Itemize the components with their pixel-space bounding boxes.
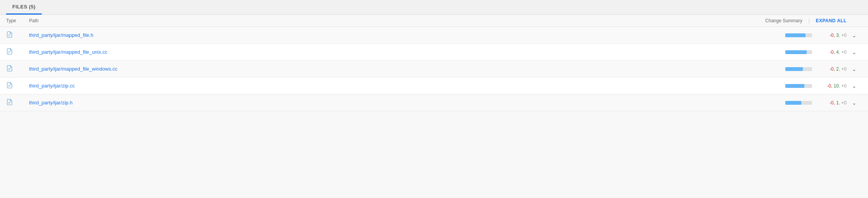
file-path[interactable]: third_party/ijar/mapped_file_unix.cc [29,49,762,55]
added-count: 4 [836,50,839,55]
change-bar [785,33,812,37]
tab-bar: FILES (5) [0,0,868,15]
change-bar-fill [785,101,801,105]
file-path[interactable]: third_party/ijar/mapped_file_windows.cc [29,66,762,72]
file-type-icon [6,48,29,56]
no-change-count: , +0 [839,66,847,72]
file-change-summary: -0, 2, +0 [762,66,847,72]
table-row[interactable]: third_party/ijar/zip.cc -0, 10, +0 ⌄ [0,78,868,94]
header-path: Path [29,18,765,23]
removed-count: -0, [830,100,835,106]
change-bar-fill [785,33,806,37]
table-row[interactable]: third_party/ijar/zip.h -0, 1, +0 ⌄ [0,94,868,111]
file-path[interactable]: third_party/ijar/zip.cc [29,83,762,89]
no-change-count: , +0 [839,33,847,38]
removed-count: -0, [830,50,835,55]
change-text: -0, 2, +0 [816,66,847,72]
summary-label: Change Summary [765,18,802,23]
header-type: Type [6,18,29,23]
file-change-summary: -0, 4, +0 [762,50,847,55]
file-path[interactable]: third_party/ijar/zip.h [29,100,762,106]
table-row[interactable]: third_party/ijar/mapped_file_windows.cc … [0,61,868,78]
file-type-icon [6,82,29,90]
expand-row-button[interactable]: ⌄ [847,66,862,72]
removed-count: -0, [830,66,835,72]
table-row[interactable]: third_party/ijar/mapped_file.h -0, 3, +0… [0,27,868,44]
table-row[interactable]: third_party/ijar/mapped_file_unix.cc -0,… [0,44,868,61]
removed-count: -0, [827,83,832,89]
change-text: -0, 4, +0 [816,50,847,55]
file-type-icon [6,65,29,73]
change-text: -0, 1, +0 [816,100,847,106]
change-bar [785,101,812,105]
change-text: -0, 3, +0 [816,33,847,38]
change-text: -0, 10, +0 [816,83,847,89]
file-type-icon [6,99,29,107]
no-change-count: , +0 [839,100,847,106]
file-path[interactable]: third_party/ijar/mapped_file.h [29,32,762,38]
file-type-icon [6,31,29,39]
change-bar [785,50,812,54]
divider: | [809,18,810,23]
expand-row-button[interactable]: ⌄ [847,32,862,38]
file-list: third_party/ijar/mapped_file.h -0, 3, +0… [0,27,868,111]
added-count: 1 [836,100,839,106]
added-count: 10 [834,83,839,89]
change-bar-fill [785,84,804,88]
added-count: 3 [836,33,839,38]
file-change-summary: -0, 10, +0 [762,83,847,89]
table-header: Type Path Change Summary | EXPAND ALL [0,15,868,27]
files-panel: FILES (5) Type Path Change Summary | EXP… [0,0,868,111]
expand-row-button[interactable]: ⌄ [847,100,862,106]
expand-all-button[interactable]: EXPAND ALL [816,18,847,23]
expand-row-button[interactable]: ⌄ [847,49,862,55]
expand-row-button[interactable]: ⌄ [847,83,862,89]
added-count: 2 [836,66,839,72]
change-bar-fill [785,67,803,71]
change-bar-fill [785,50,807,54]
change-bar [785,84,812,88]
no-change-count: , +0 [839,50,847,55]
removed-count: -0, [830,33,835,38]
file-change-summary: -0, 3, +0 [762,33,847,38]
tab-files[interactable]: FILES (5) [6,0,42,15]
header-summary: Change Summary | EXPAND ALL [765,18,847,23]
no-change-count: , +0 [839,83,847,89]
file-change-summary: -0, 1, +0 [762,100,847,106]
change-bar [785,67,812,71]
